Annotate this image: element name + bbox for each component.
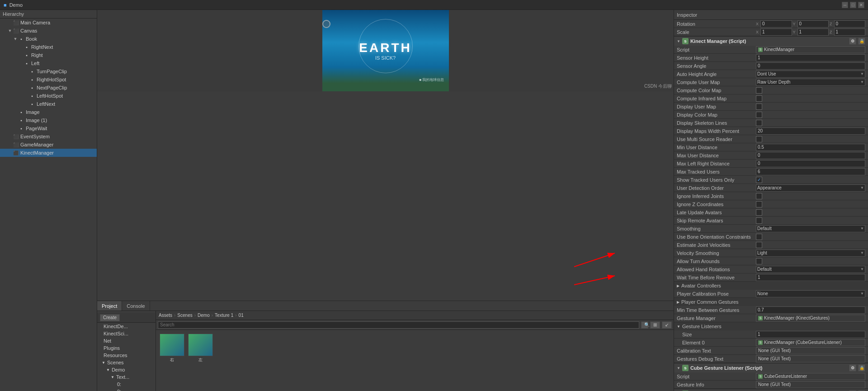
km-checkbox[interactable] xyxy=(756,201,762,207)
hierarchy-item-pagewait[interactable]: ▪PageWait xyxy=(0,124,97,132)
gesture-manager-ref[interactable]: S KinectManager (KinectGestures) xyxy=(756,315,865,322)
km-checkbox[interactable] xyxy=(756,87,762,94)
hierarchy-item-book[interactable]: ▼▪Book xyxy=(0,35,97,43)
gl-element0-ref[interactable]: S KinectManager (CubeGestureListener) xyxy=(756,339,865,346)
cgl-lock-icon[interactable]: 🔒 xyxy=(858,364,865,372)
hierarchy-item-rightnext[interactable]: ▪RightNext xyxy=(0,43,97,51)
project-tree-item[interactable]: Resources xyxy=(97,352,156,359)
layout-icon[interactable]: ⊞ xyxy=(650,321,660,329)
km-checkbox[interactable] xyxy=(756,112,762,118)
scale-x-input[interactable] xyxy=(760,28,792,36)
hierarchy-item-righthotspot[interactable]: ▪RightHotSpot xyxy=(0,75,97,84)
scene-nav-circle[interactable] xyxy=(322,20,330,28)
km-dropdown[interactable]: Dont Use▼ xyxy=(756,71,865,78)
hierarchy-item-gamemanager[interactable]: ⬛GameManager xyxy=(0,141,97,149)
km-field-input[interactable] xyxy=(756,274,865,281)
km-dropdown[interactable]: Default▼ xyxy=(756,225,865,232)
project-tree-item[interactable]: ▼Demo xyxy=(97,366,156,373)
cgl-settings-icon[interactable]: ⚙ xyxy=(849,364,856,372)
asset-thumbnail[interactable]: 左 xyxy=(188,334,213,387)
km-checkbox[interactable] xyxy=(756,193,762,199)
hierarchy-item-lefthotspot[interactable]: ▪LeftHotSpot xyxy=(0,92,97,100)
project-tree-item[interactable]: ▼Scenes xyxy=(97,359,156,366)
close-button[interactable]: ✕ xyxy=(858,2,864,8)
km-checkbox[interactable] xyxy=(756,136,762,142)
calib-text-ref[interactable]: None (GUI Text) xyxy=(756,347,865,354)
km-dropdown[interactable]: Light▼ xyxy=(756,250,865,257)
minimize-button[interactable]: ─ xyxy=(842,2,848,8)
hierarchy-item-turnpageclip[interactable]: ▪TurnPageClip xyxy=(0,67,97,75)
tree-item-icon: ▪ xyxy=(24,60,30,66)
gestures-debug-ref[interactable]: None (GUI Text) xyxy=(756,355,865,363)
hierarchy-item-right[interactable]: ▪Right xyxy=(0,51,97,59)
min-time-input[interactable] xyxy=(756,306,865,314)
player-common-gestures-header[interactable]: ▶ Player Common Gestures xyxy=(674,298,868,306)
hierarchy-item-image1[interactable]: ▪Image (1) xyxy=(0,116,97,124)
asset-thumbnail[interactable]: 右 xyxy=(160,334,184,387)
create-button[interactable]: Create xyxy=(100,314,120,321)
km-checkbox[interactable] xyxy=(756,120,762,126)
hierarchy-item-nextpageclip[interactable]: ▪NextPageClip xyxy=(0,84,97,92)
cgl-gesture-info-ref[interactable]: None (GUI Text) xyxy=(756,381,865,388)
hierarchy-item-image[interactable]: ▪Image xyxy=(0,108,97,116)
km-checkbox[interactable] xyxy=(756,234,762,240)
rotation-y-input[interactable] xyxy=(797,20,829,28)
player-calib-dropdown[interactable]: None ▼ xyxy=(756,290,865,297)
scale-z-input[interactable] xyxy=(834,28,865,36)
tab-console[interactable]: Console xyxy=(122,301,150,311)
hierarchy-item-eventsystem[interactable]: ⬛EventSystem xyxy=(0,132,97,141)
gesture-listeners-header[interactable]: ▼ Gesture Listeners xyxy=(674,322,868,330)
km-field-input[interactable] xyxy=(756,160,865,167)
collapse-icon[interactable]: ↙ xyxy=(662,321,672,329)
tab-project[interactable]: Project xyxy=(97,301,122,311)
rotation-x-input[interactable] xyxy=(760,20,792,28)
km-checkbox[interactable] xyxy=(756,104,762,110)
km-field-input[interactable] xyxy=(756,127,865,135)
hierarchy-item-canvas[interactable]: ▼⬛Canvas xyxy=(0,27,97,35)
km-checkbox[interactable] xyxy=(756,258,762,264)
hierarchy-item-main-camera[interactable]: ⬛Main Camera xyxy=(0,19,97,27)
gl-size-input[interactable] xyxy=(756,331,865,338)
breadcrumb-item[interactable]: 01 xyxy=(239,313,244,318)
breadcrumb-item[interactable]: Demo xyxy=(198,313,210,318)
km-checkbox[interactable] xyxy=(756,217,762,224)
cube-gesture-header[interactable]: ▼ S Cube Gesture Listener (Script) ⚙ 🔒 xyxy=(674,363,868,372)
project-tree-item[interactable]: 0: xyxy=(97,381,156,388)
maximize-button[interactable]: □ xyxy=(850,2,856,8)
project-tree-item[interactable]: Plugins xyxy=(97,344,156,352)
km-dropdown[interactable]: Raw User Depth▼ xyxy=(756,79,865,86)
project-tree-item[interactable]: KinectDe... xyxy=(97,323,156,330)
avatar-controllers-header[interactable]: ▶ Avatar Controllers xyxy=(674,282,868,290)
km-checkbox[interactable] xyxy=(756,242,762,248)
km-settings-icon[interactable]: ⚙ xyxy=(849,38,856,45)
hierarchy-item-kinectmanager[interactable]: ⬛KinectManager xyxy=(0,149,97,157)
km-script-ref[interactable]: S KinectManager xyxy=(756,46,865,53)
rotation-z-input[interactable] xyxy=(834,20,865,28)
project-tree-item[interactable]: ▼Text... xyxy=(97,373,156,381)
km-dropdown[interactable]: Default▼ xyxy=(756,266,865,273)
cgl-script-ref[interactable]: S CubeGestureListener xyxy=(756,373,865,380)
breadcrumb-item[interactable]: Texture 1 xyxy=(215,313,233,318)
km-field-input[interactable] xyxy=(756,144,865,151)
km-dropdown[interactable]: Appearance▼ xyxy=(756,184,865,192)
breadcrumb-item[interactable]: Scenes xyxy=(177,313,192,318)
scale-y-input[interactable] xyxy=(797,28,829,36)
search-icon[interactable]: 🔍 xyxy=(641,321,648,329)
hierarchy-item-leftnext[interactable]: ▪LeftNext xyxy=(0,100,97,108)
kinect-manager-header[interactable]: ▼ S Kinect Manager (Script) ⚙ 🔒 xyxy=(674,37,868,46)
km-field-input[interactable] xyxy=(756,152,865,159)
project-tree-item[interactable]: 0: xyxy=(97,388,156,391)
hierarchy-item-left[interactable]: ▪Left xyxy=(0,59,97,67)
project-tree-item[interactable]: KinectSci... xyxy=(97,330,156,337)
km-checkbox[interactable] xyxy=(756,177,762,183)
km-field-input[interactable] xyxy=(756,62,865,70)
kinect-gestures-header[interactable]: ▼ S Kinect Gestures (Script) ⚙ 🔒 xyxy=(674,389,868,391)
km-field-input[interactable] xyxy=(756,54,865,61)
km-checkbox[interactable] xyxy=(756,95,762,102)
project-tree-item[interactable]: Net xyxy=(97,337,156,344)
km-checkbox[interactable] xyxy=(756,209,762,216)
search-input[interactable] xyxy=(158,321,639,329)
km-lock-icon[interactable]: 🔒 xyxy=(858,38,865,45)
km-field-input[interactable] xyxy=(756,168,865,175)
breadcrumb-item[interactable]: Assets xyxy=(159,313,172,318)
